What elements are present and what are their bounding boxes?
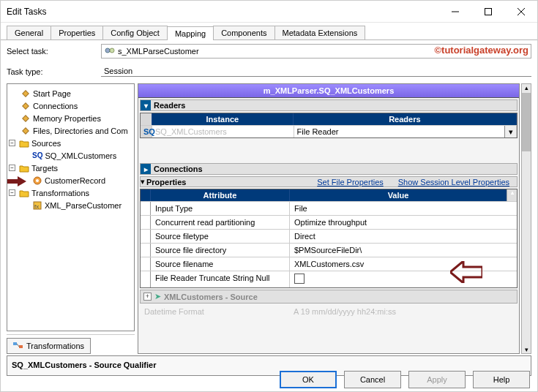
- expand-connections-icon[interactable]: ▸: [141, 164, 151, 174]
- task-type-row: Task type: Session: [1, 62, 537, 80]
- tree-transformations[interactable]: −Transformations: [9, 186, 132, 199]
- select-task-label: Select task:: [7, 47, 98, 56]
- svg-rect-6: [23, 90, 29, 96]
- col-value: Value: [290, 189, 507, 201]
- tab-metadata-extensions[interactable]: Metadata Extensions: [274, 26, 366, 39]
- maximize-button[interactable]: [471, 1, 504, 22]
- diamond-icon: [20, 101, 31, 111]
- checkbox[interactable]: [294, 274, 305, 284]
- apply-button[interactable]: Apply: [408, 371, 466, 388]
- panel-heading: m_XMLParser.SQ_XMLCustomers: [138, 84, 519, 98]
- prop-row[interactable]: Source filetypeDirect: [141, 229, 517, 243]
- task-type-label: Task type:: [7, 67, 98, 76]
- window-buttons: [438, 1, 537, 22]
- show-session-properties-link[interactable]: Show Session Level Properties: [398, 178, 509, 186]
- xmlcustomers-source-header[interactable]: + ➤ XMLCustomers - Source: [140, 290, 518, 304]
- diamond-icon: [20, 113, 31, 124]
- tab-config-object[interactable]: Config Object: [102, 26, 168, 39]
- tree-sq-xmlcustomers[interactable]: SQSQ_XMLCustomers: [9, 149, 132, 162]
- target-icon: [32, 176, 42, 186]
- sq-icon: SQ: [32, 151, 42, 159]
- right-pane: m_XMLParser.SQ_XMLCustomers ▾ Readers In…: [138, 83, 531, 354]
- folder-icon: [19, 188, 29, 198]
- reader-cell[interactable]: File Reader ▾: [294, 126, 517, 137]
- svg-rect-14: [13, 342, 17, 345]
- task-type-field: Session: [101, 66, 531, 77]
- set-file-properties-link[interactable]: Set File Properties: [317, 178, 383, 186]
- prop-row[interactable]: Source file directory$PMSourceFileDir\: [141, 243, 517, 257]
- detail-panel: m_XMLParser.SQ_XMLCustomers ▾ Readers In…: [138, 83, 520, 354]
- svg-text:fx: fx: [34, 203, 39, 210]
- readers-header: ▾ Readers: [140, 99, 518, 111]
- select-task-value: s_XMLParseCustomer: [118, 47, 199, 56]
- folder-icon: [19, 163, 29, 173]
- ok-button[interactable]: OK: [280, 371, 337, 388]
- scroll-thumb[interactable]: [522, 93, 531, 151]
- tab-components[interactable]: Components: [213, 26, 274, 39]
- properties-header: ▾ Properties Set File Properties Show Se…: [140, 176, 518, 187]
- svg-rect-1: [485, 8, 491, 15]
- session-icon: [105, 45, 115, 57]
- tab-mapping[interactable]: Mapping: [167, 26, 214, 40]
- transformations-button[interactable]: Transformations: [7, 338, 91, 354]
- col-instance: Instance: [152, 113, 294, 125]
- svg-line-16: [17, 344, 19, 347]
- collapse-icon[interactable]: −: [9, 140, 15, 146]
- help-button[interactable]: Help: [473, 371, 530, 388]
- tab-general[interactable]: General: [7, 26, 51, 39]
- expand-icon[interactable]: +: [143, 293, 152, 301]
- connections-header: ▸ Connections: [140, 163, 518, 175]
- arrow-icon: ➤: [154, 292, 161, 301]
- watermark: ©tutorialgateway.org: [434, 45, 528, 56]
- tree-targets[interactable]: −Targets: [9, 162, 132, 174]
- tab-properties[interactable]: Properties: [51, 26, 103, 39]
- highlight-arrow-icon: [450, 261, 482, 283]
- close-button[interactable]: [504, 1, 537, 22]
- tree-sources[interactable]: −Sources: [9, 137, 132, 149]
- readers-grid: Instance Readers SQ SQ_XMLCustomers File…: [140, 113, 518, 138]
- pointer-arrow-icon: [7, 175, 28, 188]
- scroll-down-icon[interactable]: ▾: [525, 346, 528, 353]
- tree-connections[interactable]: Connections: [9, 99, 132, 112]
- scroll-up-icon[interactable]: ▴: [525, 84, 528, 91]
- chevron-down-icon[interactable]: ▾: [504, 126, 516, 137]
- button-bar: OK Cancel Apply Help: [280, 371, 530, 388]
- collapse-icon[interactable]: −: [9, 189, 15, 196]
- cancel-button[interactable]: Cancel: [344, 371, 401, 388]
- readers-row[interactable]: SQ SQ_XMLCustomers File Reader ▾: [141, 125, 517, 137]
- window-title: Edit Tasks: [7, 7, 46, 17]
- svg-rect-9: [23, 127, 29, 133]
- transform-icon: fx: [32, 200, 42, 211]
- svg-rect-8: [23, 115, 29, 121]
- tabs: General Properties Config Object Mapping…: [1, 23, 537, 40]
- folder-icon: [19, 138, 29, 148]
- svg-rect-7: [23, 102, 29, 108]
- diamond-icon: [20, 126, 31, 136]
- nav-tree: Start Page Connections Memory Properties…: [7, 83, 135, 331]
- sq-icon: SQ: [141, 126, 152, 137]
- transform-icon: [13, 341, 23, 351]
- svg-point-11: [36, 179, 39, 182]
- instance-cell: SQ_XMLCustomers: [152, 126, 294, 137]
- prop-row[interactable]: Input TypeFile: [141, 201, 517, 215]
- left-pane: Start Page Connections Memory Properties…: [7, 83, 135, 354]
- faded-row: Datetime Format A 19 mm/dd/yyyy hh24:mi:…: [140, 305, 518, 318]
- minimize-button[interactable]: [438, 1, 471, 22]
- scroll-up-icon[interactable]: ▴: [507, 189, 517, 201]
- svg-point-4: [105, 48, 110, 53]
- tree-memory[interactable]: Memory Properties: [9, 112, 132, 124]
- collapse-readers-icon[interactable]: ▾: [141, 100, 151, 110]
- vertical-scrollbar[interactable]: ▴ ▾: [521, 83, 531, 354]
- prop-row[interactable]: Concurrent read partitioningOptimize thr…: [141, 215, 517, 229]
- main: Start Page Connections Memory Properties…: [7, 83, 531, 354]
- tree-start-page[interactable]: Start Page: [9, 87, 132, 99]
- tree-xml-parse[interactable]: fxXML_ParseCustomer: [9, 199, 132, 211]
- title-bar: Edit Tasks: [1, 1, 537, 23]
- col-attribute: Attribute: [151, 189, 290, 201]
- transformations-button-row: Transformations: [7, 334, 135, 354]
- tree-files[interactable]: Files, Directories and Com: [9, 124, 132, 137]
- diamond-icon: [20, 88, 31, 99]
- row-stub: [141, 113, 152, 125]
- svg-point-5: [110, 48, 114, 53]
- collapse-icon[interactable]: −: [9, 165, 15, 171]
